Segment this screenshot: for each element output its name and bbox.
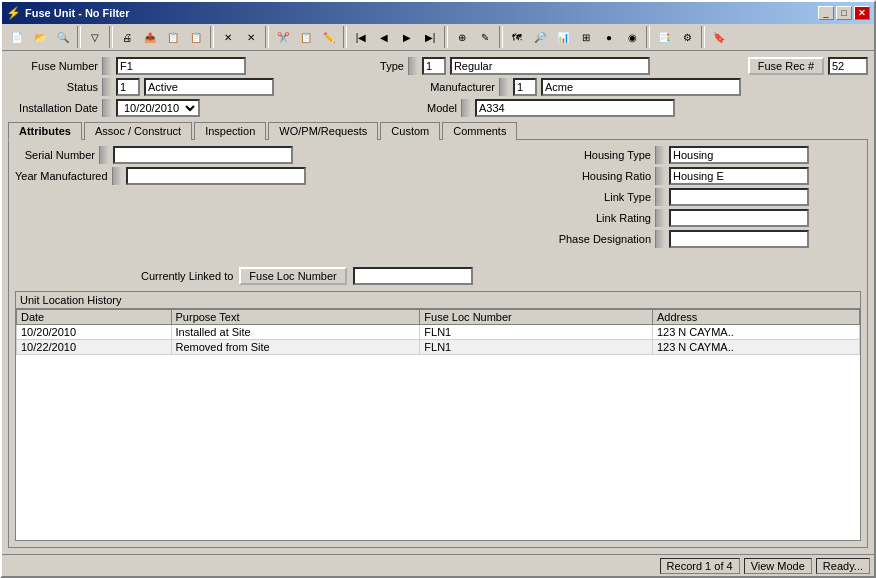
tb-export-button[interactable]: 📤 [139, 26, 161, 48]
tab-section: Attributes Assoc / Construct Inspection … [8, 121, 868, 548]
year-manufactured-marker [112, 167, 122, 185]
tb-add-button[interactable]: ⊕ [451, 26, 473, 48]
tb-btn4[interactable]: 📋 [185, 26, 207, 48]
status-view-mode: View Mode [744, 558, 812, 574]
close-button[interactable]: ✕ [854, 6, 870, 20]
fuse-rec-button[interactable]: Fuse Rec # [748, 57, 824, 75]
status-code-input[interactable] [116, 78, 140, 96]
form-row-2: Status Manufacturer [8, 78, 868, 96]
titlebar-icon: ⚡ [6, 6, 21, 20]
currently-linked-row: Currently Linked to Fuse Loc Number [15, 267, 861, 285]
fuse-loc-number-input[interactable] [353, 267, 473, 285]
tb-report-button[interactable]: 📑 [653, 26, 675, 48]
link-rating-input[interactable] [669, 209, 809, 227]
tb-btn3[interactable]: 📋 [162, 26, 184, 48]
titlebar: ⚡ Fuse Unit - No Filter _ □ ✕ [2, 2, 874, 24]
right-panel: Housing Type Housing Ratio Link Type [541, 146, 861, 251]
status-marker [102, 78, 112, 96]
serial-number-row: Serial Number [15, 146, 531, 164]
phase-designation-input[interactable] [669, 230, 809, 248]
installation-date-select[interactable]: 10/20/2010 [116, 99, 200, 117]
tb-layer-button[interactable]: 📊 [552, 26, 574, 48]
year-manufactured-input[interactable] [126, 167, 306, 185]
tab-inspection[interactable]: Inspection [194, 122, 266, 140]
maximize-button[interactable]: □ [836, 6, 852, 20]
tb-prev-button[interactable]: ◀ [373, 26, 395, 48]
history-cell-date-0: 10/20/2010 [17, 325, 172, 340]
link-type-input[interactable] [669, 188, 809, 206]
installation-date-label: Installation Date [8, 102, 98, 114]
tb-filter-button[interactable]: ▽ [84, 26, 106, 48]
tb-select-button[interactable]: ⊞ [575, 26, 597, 48]
manufacturer-code-input[interactable] [513, 78, 537, 96]
tab-assoc-construct[interactable]: Assoc / Construct [84, 122, 192, 140]
manufacturer-label: Manufacturer [405, 81, 495, 93]
tb-separator-8 [646, 26, 650, 48]
tb-open-button[interactable]: 📂 [29, 26, 51, 48]
housing-ratio-input[interactable] [669, 167, 809, 185]
tb-settings-button[interactable]: ⚙ [676, 26, 698, 48]
minimize-button[interactable]: _ [818, 6, 834, 20]
tb-annotate-button[interactable]: ✎ [474, 26, 496, 48]
type-code-input[interactable] [422, 57, 446, 75]
status-record: Record 1 of 4 [660, 558, 740, 574]
tb-next-button[interactable]: ▶ [396, 26, 418, 48]
titlebar-controls: _ □ ✕ [818, 6, 870, 20]
tb-separator-1 [77, 26, 81, 48]
housing-ratio-label: Housing Ratio [541, 170, 651, 182]
tb-paste-button[interactable]: 📋 [295, 26, 317, 48]
history-cell-purpose-0: Installed at Site [171, 325, 420, 340]
phase-designation-marker [655, 230, 665, 248]
tb-cancel-button[interactable]: ✕ [240, 26, 262, 48]
history-cell-date-1: 10/22/2010 [17, 340, 172, 355]
housing-type-input[interactable] [669, 146, 809, 164]
history-table: Date Purpose Text Fuse Loc Number Addres… [16, 309, 860, 355]
fuse-loc-number-button[interactable]: Fuse Loc Number [239, 267, 346, 285]
history-header-row: Date Purpose Text Fuse Loc Number Addres… [17, 310, 860, 325]
status-label: Status [8, 81, 98, 93]
tb-map-button[interactable]: 🗺 [506, 26, 528, 48]
model-input[interactable] [475, 99, 675, 117]
titlebar-text: Fuse Unit - No Filter [25, 7, 130, 19]
toolbar: 📄 📂 🔍 ▽ 🖨 📤 📋 📋 ✕ ✕ ✂️ 📋 ✏️ |◀ ◀ ▶ ▶| ⊕ … [2, 24, 874, 51]
history-cell-fuse_loc-1: FLN1 [420, 340, 653, 355]
tab-wo-pm-requests[interactable]: WO/PM/Requests [268, 122, 378, 140]
history-body: 10/20/2010Installed at SiteFLN1123 N CAY… [17, 325, 860, 355]
tb-delete-button[interactable]: ✕ [217, 26, 239, 48]
tab-comments[interactable]: Comments [442, 122, 517, 140]
history-cell-address-0: 123 N CAYMA.. [652, 325, 859, 340]
tb-zoom-button[interactable]: 🔎 [529, 26, 551, 48]
tab-custom[interactable]: Custom [380, 122, 440, 140]
history-row-1: 10/22/2010Removed from SiteFLN1123 N CAY… [17, 340, 860, 355]
manufacturer-marker [499, 78, 509, 96]
tab-attributes[interactable]: Attributes [8, 122, 82, 140]
tb-print-button[interactable]: 🖨 [116, 26, 138, 48]
link-rating-marker [655, 209, 665, 227]
tb-last-button[interactable]: ▶| [419, 26, 441, 48]
type-value-input[interactable] [450, 57, 650, 75]
tb-help-button[interactable]: 🔖 [708, 26, 730, 48]
tb-new-button[interactable]: 📄 [6, 26, 28, 48]
status-value-input[interactable] [144, 78, 274, 96]
tb-edit-button[interactable]: ✏️ [318, 26, 340, 48]
fuse-rec-value[interactable] [828, 57, 868, 75]
serial-number-marker [99, 146, 109, 164]
tab-content-attributes: Serial Number Year Manufactured [8, 139, 868, 548]
col-address: Address [652, 310, 859, 325]
tb-cut-button[interactable]: ✂️ [272, 26, 294, 48]
manufacturer-value-input[interactable] [541, 78, 741, 96]
history-table-container: Date Purpose Text Fuse Loc Number Addres… [16, 309, 860, 540]
fuse-number-input[interactable] [116, 57, 246, 75]
tb-highlight-button[interactable]: ● [598, 26, 620, 48]
link-type-row: Link Type [541, 188, 861, 206]
tb-first-button[interactable]: |◀ [350, 26, 372, 48]
history-cell-address-1: 123 N CAYMA.. [652, 340, 859, 355]
tb-separator-7 [499, 26, 503, 48]
tb-refresh-button[interactable]: ◉ [621, 26, 643, 48]
link-type-marker [655, 188, 665, 206]
serial-number-input[interactable] [113, 146, 293, 164]
fuse-number-label: Fuse Number [8, 60, 98, 72]
tb-search-button[interactable]: 🔍 [52, 26, 74, 48]
housing-type-marker [655, 146, 665, 164]
model-label: Model [397, 102, 457, 114]
